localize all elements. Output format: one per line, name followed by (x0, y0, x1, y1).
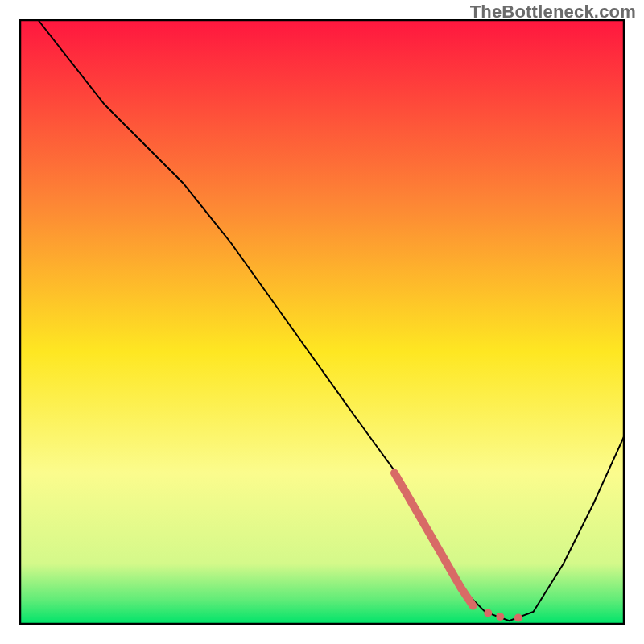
chart-frame: TheBottleneck.com (0, 0, 644, 644)
chart-svg (0, 0, 644, 644)
series-highlight-dots-dot (484, 609, 492, 617)
series-highlight-dots-dot (514, 614, 522, 622)
watermark-text: TheBottleneck.com (470, 2, 636, 23)
series-highlight-dots-dot (496, 613, 504, 621)
